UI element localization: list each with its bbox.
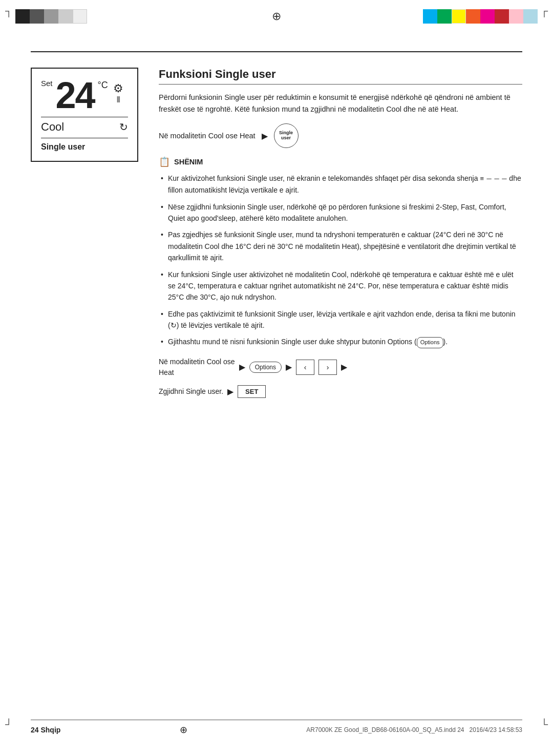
bottom-row-2: Zgjidhni Single user. ▶ SET [159,385,522,398]
arrow-right-icon: ▶ [262,131,268,141]
dash-symbols: ≡ ─ ─ ─ [480,175,507,182]
temperature-value: 24 [56,77,95,114]
set-button[interactable]: SET [238,385,266,398]
swatch-red [495,9,509,24]
reg-mark-br: └ [541,719,548,730]
main-content: Set 24 °C ⚙ ||| Cool ↻ Single user Funks… [31,51,522,705]
mode-row: Në modalitetin Cool ose Heat ▶ Single us… [159,123,522,148]
options-button[interactable]: Options [249,362,282,373]
bullet-item-5: Edhe pas çaktivizimit të funksionit Sing… [159,308,522,331]
right-arrow-button[interactable]: › [318,360,337,375]
display-box: Set 24 °C ⚙ ||| Cool ↻ Single user [31,68,138,162]
note-header: 📋 SHËNIM [159,156,522,167]
swatch-pink [509,9,523,24]
cool-icon: ↻ [119,121,128,133]
swatch-yellow [452,9,466,24]
bottom-row2-label: Zgjidhni Single user. [159,386,223,397]
swatch-black [15,9,30,24]
bottom-rows: Në modalitetin Cool oseHeat ▶ Options ▶ … [159,356,522,398]
file-name: AR7000K ZE Good_IB_DB68-06160A-00_SQ_A5.… [306,726,464,733]
footer: 24 Shqip ⊕ AR7000K ZE Good_IB_DB68-06160… [31,720,522,736]
compass-top: ⊕ [272,10,281,23]
footer-rule [31,720,522,720]
display-divider2 [41,138,128,138]
bars-icon: ||| [117,95,120,102]
language-label: Shqip [40,726,60,734]
display-top: Set 24 °C ⚙ ||| [41,77,128,114]
intro-text: Përdorni funksionin Single user për redu… [159,92,522,115]
arrow-icon-1: ▶ [239,362,245,372]
swatch-light-blue [523,9,538,24]
bullet-item-3: Pas zgjedhjes së funksionit Single user,… [159,229,522,263]
left-arrow-button[interactable]: ‹ [296,360,314,375]
page-number: 24 [31,726,39,734]
fan-icon: ⚙ [113,82,123,95]
swatches-right [423,9,538,24]
content-layout: Set 24 °C ⚙ ||| Cool ↻ Single user Funks… [31,68,522,405]
reg-mark-bl: ┘ [5,719,12,730]
set-label: Set [41,79,53,88]
display-icons: ⚙ ||| [113,82,123,102]
single-user-display-label: Single user [41,142,128,152]
section-title-rule [159,84,522,85]
swatch-near-white [73,9,87,24]
bullet-list: Kur aktivizohet funksioni Single user, n… [159,173,522,348]
swatch-green [437,9,452,24]
arrow-icon-3: ▶ [341,362,347,372]
right-panel: Funksioni Single user Përdorni funksioni… [159,68,522,405]
degree-c-label: °C [98,80,108,91]
top-rule [31,51,522,52]
swatch-orange [466,9,480,24]
page-info: 24 Shqip [31,726,60,734]
top-color-bar: ⊕ [0,9,553,24]
swatch-dark-gray [30,9,44,24]
mode-label: Në modalitetin Cool ose Heat [159,132,256,140]
bottom-row-1: Në modalitetin Cool oseHeat ▶ Options ▶ … [159,356,522,378]
compass-bottom: ⊕ [180,724,187,736]
arrow-icon-4: ▶ [227,387,233,396]
swatch-magenta [480,9,495,24]
single-user-button: Single user [274,123,299,148]
bullet-item-2: Nëse zgjidhni funksionin Single user, nd… [159,201,522,224]
bullet-item-6: Gjithashtu mund të nisni funksionin Sing… [159,336,522,348]
btn-line2: user [281,136,291,141]
swatches-left [15,9,87,24]
swatch-cyan [423,9,437,24]
vertical-icon: ↻ [171,321,177,329]
cool-label: Cool [41,120,64,134]
bottom-row1-label: Në modalitetin Cool oseHeat [159,356,235,378]
swatch-light-gray [58,9,73,24]
footer-content: 24 Shqip ⊕ AR7000K ZE Good_IB_DB68-06160… [31,724,522,736]
note-label: SHËNIM [174,158,203,166]
bullet-item-4: Kur funksioni Single user aktivizohet në… [159,269,522,303]
arrow-icon-2: ▶ [286,362,292,372]
bullet-item-1: Kur aktivizohet funksioni Single user, n… [159,173,522,196]
section-title: Funksioni Single user [159,68,522,81]
note-icon: 📋 [159,156,170,167]
date-info: 2016/4/23 14:58:53 [470,726,522,733]
display-divider1 [41,117,128,117]
file-info: AR7000K ZE Good_IB_DB68-06160A-00_SQ_A5.… [306,726,522,733]
swatch-mid-gray [44,9,58,24]
options-inline-btn: Options [417,337,443,348]
display-cool-row: Cool ↻ [41,120,128,134]
